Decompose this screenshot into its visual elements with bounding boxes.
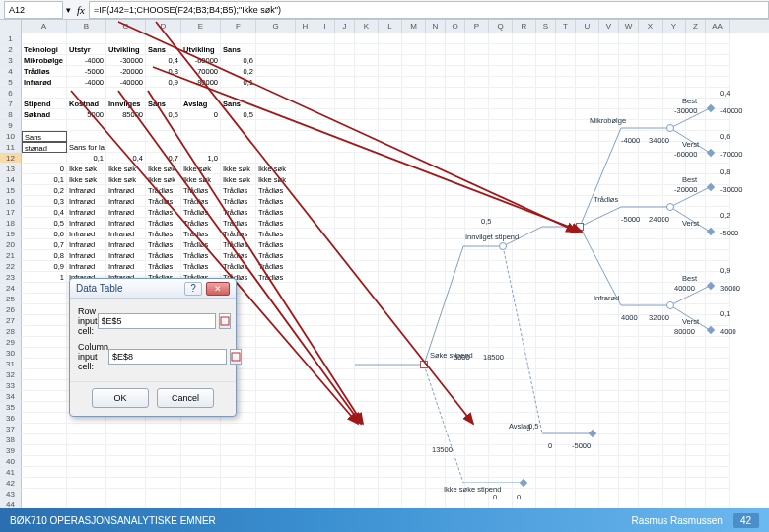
cell[interactable] [22,456,67,467]
cell[interactable] [315,499,335,508]
cell[interactable]: 0,4 [22,207,67,218]
cell[interactable] [256,55,296,66]
cell[interactable] [106,88,146,99]
cell[interactable] [296,478,315,489]
cell[interactable]: Trådløs [256,207,296,218]
cell[interactable] [296,304,315,315]
cell[interactable] [22,283,67,294]
cell[interactable] [296,445,315,456]
cell[interactable]: Stipend [22,99,67,109]
cell[interactable] [315,315,335,326]
cell[interactable]: 5000 [67,109,106,120]
cell[interactable] [315,153,335,164]
cell[interactable] [256,315,296,326]
cell[interactable]: Trådløs [221,196,256,207]
cell[interactable]: Utvikling [181,44,221,55]
cell[interactable] [256,88,296,99]
cell[interactable]: Trådløs [256,239,296,250]
column-header[interactable]: A [22,20,67,33]
cell[interactable] [296,55,315,66]
cell[interactable] [67,478,106,489]
cell[interactable] [296,380,315,391]
column-header[interactable]: E [181,20,221,33]
cell[interactable] [465,499,489,508]
column-header[interactable]: W [619,20,639,33]
cell[interactable] [106,456,146,467]
cell[interactable]: Trådløs [181,239,221,250]
cell[interactable] [221,499,256,508]
cell[interactable] [106,445,146,456]
cell[interactable]: Trådløs [256,250,296,261]
cell[interactable]: Trådløs [181,196,221,207]
row-header[interactable]: 23 [0,272,22,283]
cell[interactable] [146,424,181,434]
cell[interactable]: Ikke søk [67,174,106,185]
cell[interactable] [256,99,296,109]
cell[interactable] [181,445,221,456]
cell[interactable] [106,424,146,434]
cell[interactable] [256,380,296,391]
cell[interactable]: -70000 [181,66,221,77]
cell[interactable] [67,88,106,99]
column-header[interactable]: Y [663,20,686,33]
cell[interactable] [296,359,315,369]
cell[interactable]: Trådløs [146,229,181,239]
cell[interactable] [146,467,181,478]
cell[interactable] [146,499,181,508]
cell[interactable] [315,402,335,413]
cell[interactable]: Infrarød [67,229,106,239]
cell[interactable] [106,131,146,142]
cell[interactable] [296,261,315,272]
cell[interactable] [663,489,686,499]
cell[interactable] [335,33,355,44]
cell[interactable] [296,326,315,337]
cell[interactable] [513,33,536,44]
cell[interactable] [22,337,67,348]
cell[interactable]: Sans for lav Infrarød R&D kostnad [67,142,106,153]
cell[interactable]: Trådløs [181,261,221,272]
column-header[interactable]: P [465,20,489,33]
cell[interactable]: Innvilges [106,99,146,109]
row-header[interactable]: 38 [0,434,22,445]
cell[interactable] [663,44,686,55]
close-icon[interactable]: ✕ [206,282,230,296]
cell[interactable] [106,142,146,153]
cell[interactable] [426,44,446,55]
cell[interactable]: 0,8 [22,250,67,261]
row-header[interactable]: 25 [0,294,22,304]
row-header[interactable]: 10 [0,131,22,142]
cell[interactable]: -60000 [181,55,221,66]
column-header[interactable]: G [256,20,296,33]
cell[interactable] [465,44,489,55]
row-header[interactable]: 27 [0,315,22,326]
cell[interactable] [296,109,315,120]
cell[interactable] [315,66,335,77]
cell[interactable]: Trådløs [181,250,221,261]
cell[interactable]: Trådløs [221,207,256,218]
column-header[interactable]: V [599,20,619,33]
cell[interactable] [446,33,465,44]
cell[interactable] [256,456,296,467]
row-header[interactable]: 42 [0,478,22,489]
cell[interactable] [619,33,639,44]
column-header[interactable]: N [426,20,446,33]
row-header[interactable]: 15 [0,185,22,196]
cell[interactable] [315,434,335,445]
row-input-cell[interactable] [98,313,216,329]
cell[interactable] [256,445,296,456]
cell[interactable] [296,174,315,185]
cell[interactable] [465,33,489,44]
cell[interactable] [296,499,315,508]
cell[interactable] [315,55,335,66]
cell[interactable] [256,44,296,55]
cell[interactable] [22,478,67,489]
cell[interactable] [599,44,619,55]
cell[interactable] [315,456,335,467]
cell[interactable] [22,304,67,315]
cell[interactable] [315,304,335,315]
cell[interactable] [402,489,426,499]
cell[interactable] [335,44,355,55]
cell[interactable] [22,33,67,44]
cell[interactable] [379,44,402,55]
cell[interactable]: Ikke søk [181,164,221,174]
